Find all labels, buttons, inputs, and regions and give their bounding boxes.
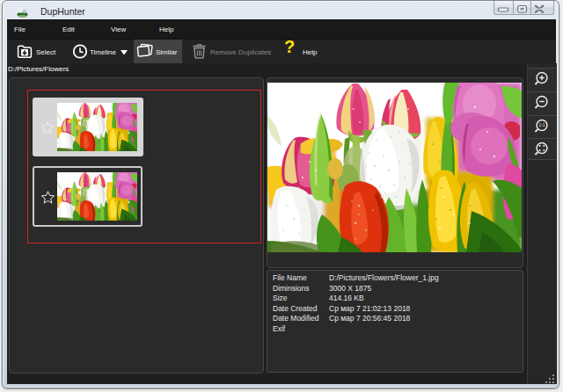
svg-text:1:1: 1:1 — [539, 122, 545, 127]
